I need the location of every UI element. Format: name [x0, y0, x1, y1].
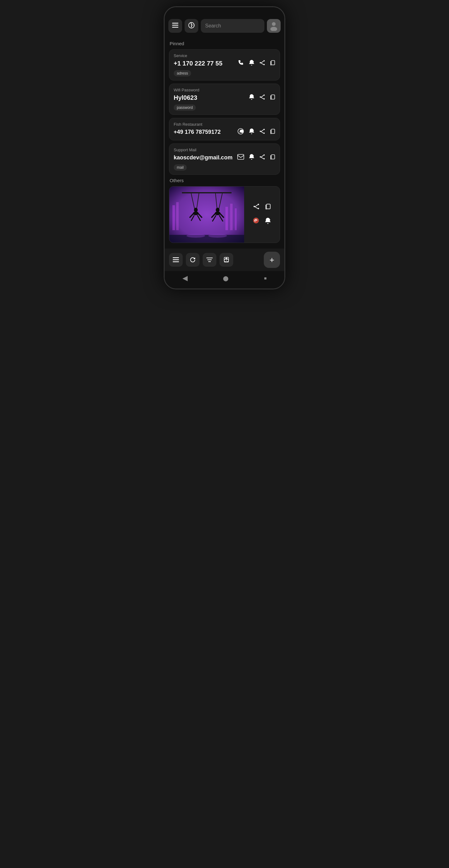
svg-point-20: [263, 98, 265, 99]
share-icon-4[interactable]: [259, 154, 265, 161]
svg-line-13: [261, 61, 263, 63]
svg-point-67: [208, 234, 227, 238]
export-button[interactable]: [220, 253, 233, 267]
svg-point-36: [263, 154, 265, 156]
copy-icon[interactable]: [270, 60, 275, 67]
mail-tag: mail: [174, 164, 187, 170]
fish-card-title: Fish Restaurant: [174, 122, 275, 127]
bottom-bar: +: [165, 249, 284, 271]
copy-icon-5[interactable]: [265, 203, 271, 212]
svg-line-40: [261, 157, 263, 159]
wifi-card-actions: [249, 94, 275, 102]
svg-rect-2: [172, 27, 178, 28]
fish-card-value: +49 176 78759172: [174, 129, 221, 135]
svg-point-69: [254, 206, 255, 207]
email-icon[interactable]: [237, 154, 244, 161]
share-icon-2[interactable]: [259, 94, 265, 102]
refresh-button[interactable]: [186, 253, 199, 267]
svg-line-22: [261, 97, 263, 99]
back-button[interactable]: ◀: [183, 274, 188, 282]
copy-icon-4[interactable]: [270, 154, 275, 161]
nav-bar: ◀ ⬤ ■: [165, 271, 284, 288]
recents-button[interactable]: ■: [264, 276, 266, 281]
home-button[interactable]: ⬤: [223, 275, 229, 281]
svg-rect-45: [225, 207, 228, 230]
svg-line-14: [261, 63, 263, 65]
avatar-button[interactable]: [267, 19, 281, 33]
others-section-label: Others: [170, 178, 280, 183]
image-top-actions: [253, 203, 271, 212]
svg-rect-48: [182, 192, 232, 193]
theme-icon: [188, 22, 195, 30]
svg-point-38: [263, 158, 265, 159]
bell-plus-icon-3[interactable]: [249, 128, 255, 136]
svg-line-31: [261, 132, 263, 133]
theme-toggle-button[interactable]: [185, 19, 198, 33]
svg-line-30: [261, 130, 263, 132]
whatsapp-icon[interactable]: [237, 128, 244, 136]
service-tag: adress: [174, 70, 191, 76]
svg-line-72: [255, 207, 258, 209]
mail-card-actions: [237, 153, 275, 162]
svg-rect-15: [271, 61, 275, 65]
bell-plus-icon-5[interactable]: [264, 217, 271, 226]
wifi-card-value: Hyl0623: [174, 94, 197, 101]
share-icon-5[interactable]: [253, 203, 260, 212]
share-icon[interactable]: [259, 60, 265, 67]
svg-rect-32: [271, 129, 275, 133]
service-card-title: Service: [174, 53, 275, 58]
svg-rect-65: [169, 235, 244, 243]
svg-rect-33: [237, 154, 244, 159]
bottom-menu-button[interactable]: [169, 253, 183, 267]
svg-rect-1: [172, 25, 178, 26]
wifi-card-title: Wifi Password: [174, 88, 275, 92]
mail-card-title: Support Mail: [174, 148, 275, 152]
copy-icon-3[interactable]: [270, 128, 275, 136]
copy-icon-2[interactable]: [270, 94, 275, 102]
share-icon-3[interactable]: [259, 128, 265, 136]
fish-card-actions: [237, 128, 275, 136]
svg-line-21: [261, 95, 263, 97]
svg-point-54: [194, 208, 198, 212]
svg-rect-43: [172, 205, 175, 230]
fab-button[interactable]: +: [264, 252, 280, 268]
svg-rect-0: [172, 23, 178, 24]
svg-point-60: [216, 208, 220, 212]
avatar-icon: [267, 19, 281, 33]
top-bar: Search: [165, 17, 284, 35]
pinned-section-label: Pinned: [170, 41, 280, 46]
image-card: [169, 186, 280, 243]
pinterest-icon[interactable]: [253, 217, 259, 226]
service-card: Service +1 170 222 77 55: [169, 49, 280, 81]
bell-plus-icon-4[interactable]: [249, 153, 255, 162]
svg-point-7: [270, 27, 277, 31]
svg-point-28: [260, 131, 261, 132]
menu-button[interactable]: [168, 19, 182, 33]
status-bar: [165, 7, 284, 17]
phone-frame: Search Pinned Service +1 170 222 77 55: [164, 6, 285, 289]
svg-rect-41: [271, 155, 275, 159]
fab-plus-icon: +: [269, 256, 274, 264]
svg-line-39: [261, 155, 263, 157]
image-card-actions: [244, 187, 280, 243]
svg-rect-46: [230, 204, 233, 230]
menu-icon: [172, 23, 178, 29]
phone-icon[interactable]: [238, 60, 244, 67]
svg-point-10: [263, 60, 265, 61]
svg-point-66: [187, 234, 205, 238]
svg-rect-77: [173, 257, 179, 258]
bell-plus-icon-2[interactable]: [249, 94, 255, 102]
image-preview: [169, 187, 244, 243]
svg-point-19: [260, 96, 261, 98]
svg-rect-79: [173, 261, 179, 262]
filter-button[interactable]: [203, 253, 216, 267]
svg-rect-47: [235, 208, 237, 230]
svg-point-27: [263, 129, 265, 130]
svg-rect-44: [176, 202, 179, 230]
svg-rect-78: [173, 259, 179, 260]
search-placeholder: Search: [205, 23, 221, 29]
svg-point-29: [263, 132, 265, 134]
svg-point-12: [263, 64, 265, 65]
bell-plus-icon[interactable]: [249, 59, 255, 68]
search-bar[interactable]: Search: [201, 19, 264, 33]
